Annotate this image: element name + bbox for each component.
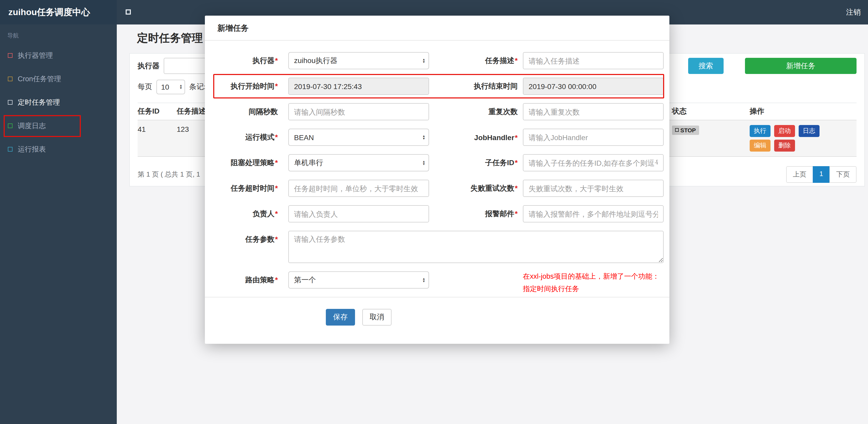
route-strategy-select[interactable]: 第一个 ▲▼: [288, 271, 429, 289]
exec-start-time-label: 执行开始时间*: [205, 81, 278, 91]
child-task-id-label: 子任务ID*: [429, 158, 518, 167]
operations-line2: 编辑 删除: [750, 140, 852, 152]
repeat-count-input[interactable]: [523, 103, 664, 120]
feature-note-line1: 在xxl-jobs项目的基础上，新增了一个功能：: [523, 270, 670, 283]
repeat-count-label: 重复次数: [429, 107, 518, 117]
task-timeout-input[interactable]: [288, 180, 429, 197]
jobhandler-input[interactable]: [523, 129, 664, 146]
sidebar-item-cron-task-management[interactable]: Cron任务管理: [0, 67, 117, 91]
required-asterisk: *: [275, 209, 278, 218]
select-arrows-icon: ▲▼: [179, 84, 183, 89]
sidebar-section-label: 导航: [0, 25, 117, 44]
per-page-select[interactable]: 10 ▲▼: [156, 79, 185, 94]
square-icon: [8, 124, 12, 128]
form-row-exec-time: 执行开始时间* 执行结束时间: [205, 77, 670, 95]
brand-logo: zuihou任务调度中心: [0, 0, 117, 25]
square-icon: [8, 53, 12, 58]
add-task-form: 执行器* zuihou执行器 ▲▼ 任务描述* 执行开始时间* 执行结束: [205, 41, 670, 326]
sidebar-item-label: 调度日志: [18, 121, 46, 130]
sidebar-item-label: 运行报表: [18, 144, 46, 154]
exec-end-time-input[interactable]: [523, 77, 664, 95]
page-number-1[interactable]: 1: [813, 166, 830, 183]
run-mode-select[interactable]: BEAN ▲▼: [288, 129, 429, 146]
form-row-interval-repeat: 间隔秒数 重复次数: [205, 103, 670, 120]
operations-line1: 执行 启动 日志: [750, 125, 852, 137]
feature-note: 在xxl-jobs项目的基础上，新增了一个功能： 指定时间执行任务: [523, 270, 670, 295]
required-asterisk: *: [275, 133, 278, 141]
sidebar-toggle-icon[interactable]: [126, 9, 131, 14]
page-title: 定时任务管理: [137, 31, 203, 45]
per-page-prefix-label: 每页: [137, 82, 152, 91]
add-task-button[interactable]: 新增任务: [745, 58, 857, 74]
sidebar-item-executor-management[interactable]: 执行器管理: [0, 44, 117, 67]
sidebar-item-scheduled-task-management[interactable]: 定时任务管理: [0, 91, 117, 114]
required-asterisk: *: [275, 235, 278, 243]
task-params-textarea[interactable]: [288, 231, 664, 263]
delete-button[interactable]: 删除: [774, 140, 795, 152]
alarm-email-input[interactable]: [523, 205, 664, 222]
owner-label: 负责人*: [205, 209, 278, 219]
task-desc-label: 任务描述*: [429, 56, 518, 65]
header-status: 状态: [672, 103, 750, 120]
route-strategy-label: 路由策略*: [205, 275, 278, 285]
run-mode-label: 运行模式*: [205, 133, 278, 142]
required-asterisk: *: [515, 133, 518, 141]
retry-count-label: 失败重试次数*: [429, 184, 518, 193]
form-row-task-params: 任务参数*: [205, 231, 670, 263]
block-strategy-select[interactable]: 单机串行 ▲▼: [288, 154, 429, 171]
task-desc-input[interactable]: [523, 52, 664, 69]
form-row-owner-email: 负责人* 报警邮件*: [205, 205, 670, 222]
sidebar-item-run-report[interactable]: 运行报表: [0, 137, 117, 161]
required-asterisk: *: [515, 56, 518, 64]
exec-start-time-input[interactable]: [288, 77, 429, 95]
sidebar-item-label: 定时任务管理: [18, 98, 60, 107]
per-page-value: 10: [161, 83, 169, 91]
logout-link[interactable]: 注销: [846, 0, 861, 25]
chevron-down-icon: ▼: [422, 61, 425, 63]
required-asterisk: *: [515, 184, 518, 192]
log-button[interactable]: 日志: [799, 125, 819, 137]
cancel-button[interactable]: 取消: [362, 309, 392, 326]
add-task-modal: 新增任务 执行器* zuihou执行器 ▲▼ 任务描述* 执行开始时: [205, 15, 670, 344]
cell-task-id: 41: [137, 120, 177, 157]
form-row-timeout-retry: 任务超时时间* 失败重试次数*: [205, 180, 670, 197]
required-asterisk: *: [275, 158, 278, 166]
chevron-down-icon: ▼: [422, 163, 425, 165]
select-arrows-icon: ▲▼: [422, 278, 425, 283]
sidebar-item-label: 执行器管理: [18, 51, 53, 60]
cell-status: STOP: [672, 120, 750, 157]
form-row-runmode-jobhandler: 运行模式* BEAN ▲▼ JobHandler*: [205, 129, 670, 146]
run-button[interactable]: 执行: [750, 125, 771, 137]
stop-square-icon: [675, 128, 679, 132]
header-operations: 操作: [750, 103, 857, 120]
app-window: zuihou任务调度中心 注销 导航 执行器管理 Cron任务管理 定时任务管理…: [0, 0, 868, 424]
jobhandler-label: JobHandler*: [429, 133, 518, 141]
required-asterisk: *: [275, 81, 278, 90]
edit-button[interactable]: 编辑: [750, 140, 771, 152]
square-icon: [8, 76, 12, 81]
search-button[interactable]: 搜索: [688, 58, 723, 74]
child-task-id-input[interactable]: [523, 154, 664, 171]
prev-page-button[interactable]: 上页: [786, 166, 813, 183]
select-arrows-icon: ▲▼: [422, 160, 425, 165]
pagination-summary: 第 1 页 ( 总共 1 页, 1: [137, 170, 200, 179]
exec-end-time-label: 执行结束时间: [429, 81, 518, 91]
sidebar-item-dispatch-log[interactable]: 调度日志: [0, 114, 117, 137]
interval-seconds-label: 间隔秒数: [205, 107, 278, 117]
alarm-email-label: 报警邮件*: [429, 209, 518, 219]
form-row-executor-desc: 执行器* zuihou执行器 ▲▼ 任务描述*: [205, 52, 670, 69]
interval-seconds-input[interactable]: [288, 103, 429, 120]
required-asterisk: *: [515, 209, 518, 218]
required-asterisk: *: [275, 275, 278, 284]
modal-footer: 保存 取消: [205, 297, 670, 326]
block-strategy-label: 阻塞处理策略*: [205, 158, 278, 167]
owner-input[interactable]: [288, 205, 429, 222]
sidebar-item-label: Cron任务管理: [18, 74, 61, 84]
start-button[interactable]: 启动: [774, 125, 795, 137]
save-button[interactable]: 保存: [326, 309, 355, 326]
retry-count-input[interactable]: [523, 180, 664, 197]
next-page-button[interactable]: 下页: [830, 166, 857, 183]
executor-select[interactable]: zuihou执行器 ▲▼: [288, 52, 429, 69]
select-arrows-icon: ▲▼: [422, 58, 425, 63]
form-row-route-strategy: 路由策略* 第一个 ▲▼ 在xxl-jobs项目的基础上，新增了一个功能： 指定…: [205, 271, 670, 289]
